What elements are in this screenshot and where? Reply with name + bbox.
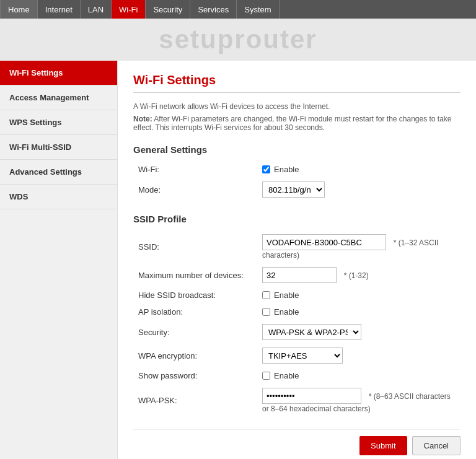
max-devices-label: Maximum number of devices: bbox=[133, 263, 257, 287]
show-password-enable-group: Enable bbox=[262, 371, 456, 380]
submit-button[interactable]: Submit bbox=[359, 436, 407, 455]
wifi-enable-cell: Enable bbox=[257, 161, 461, 178]
sidebar: Wi-Fi Settings Access Management WPS Set… bbox=[0, 61, 118, 459]
mode-select[interactable]: 802.11b/g/n bbox=[262, 181, 325, 198]
show-password-cell: Enable bbox=[257, 367, 461, 384]
ap-isolation-label: AP isolation: bbox=[133, 304, 257, 320]
ssid-input[interactable] bbox=[262, 234, 386, 250]
page-title: Wi-Fi Settings bbox=[133, 73, 461, 87]
wpa-psk-label: WPA-PSK: bbox=[133, 384, 257, 417]
watermark-banner: setuprouter bbox=[0, 19, 476, 61]
max-devices-hint: * (1-32) bbox=[344, 271, 369, 280]
general-settings-title: General Settings bbox=[133, 144, 461, 155]
sidebar-item-advanced-settings[interactable]: Advanced Settings bbox=[0, 160, 117, 185]
nav-services[interactable]: Services bbox=[190, 0, 237, 19]
nav-system[interactable]: System bbox=[237, 0, 279, 19]
cancel-button[interactable]: Cancel bbox=[412, 436, 461, 455]
title-divider bbox=[133, 92, 461, 93]
wifi-checkbox[interactable] bbox=[262, 165, 270, 173]
watermark-text: setuprouter bbox=[159, 25, 317, 54]
hide-ssid-checkbox[interactable] bbox=[262, 291, 270, 299]
mode-label: Mode: bbox=[133, 178, 257, 201]
security-row: Security: WPA-PSK & WPA2-PSK bbox=[133, 320, 461, 344]
mode-row: Mode: 802.11b/g/n bbox=[133, 178, 461, 201]
note-text: Note: After Wi-Fi parameters are changed… bbox=[133, 115, 461, 132]
wpa-psk-input[interactable] bbox=[262, 388, 361, 404]
wpa-encryption-row: WPA encryption: TKIP+AES bbox=[133, 344, 461, 367]
security-label: Security: bbox=[133, 320, 257, 344]
hide-ssid-enable-group: Enable bbox=[262, 291, 456, 300]
note-body: After Wi-Fi parameters are changed, the … bbox=[133, 115, 452, 132]
show-password-checkbox[interactable] bbox=[262, 372, 270, 380]
sidebar-item-wds[interactable]: WDS bbox=[0, 185, 117, 209]
main-content: Wi-Fi Settings A Wi-Fi network allows Wi… bbox=[118, 61, 476, 459]
security-cell: WPA-PSK & WPA2-PSK bbox=[257, 320, 461, 344]
hide-ssid-enable-label: Enable bbox=[274, 291, 299, 300]
ssid-row: SSID: * (1–32 ASCII characters) bbox=[133, 230, 461, 263]
show-password-row: Show password: Enable bbox=[133, 367, 461, 384]
button-row: Submit Cancel bbox=[133, 429, 461, 455]
ap-isolation-row: AP isolation: Enable bbox=[133, 304, 461, 320]
ssid-profile-title: SSID Profile bbox=[133, 214, 461, 224]
nav-security[interactable]: Security bbox=[146, 0, 190, 19]
ap-isolation-enable-label: Enable bbox=[274, 307, 299, 317]
hide-ssid-label: Hide SSID broadcast: bbox=[133, 287, 257, 304]
nav-wifi[interactable]: Wi-Fi bbox=[112, 0, 146, 19]
wifi-enable-group: Enable bbox=[262, 165, 456, 174]
mode-cell: 802.11b/g/n bbox=[257, 178, 461, 201]
wifi-label: Wi-Fi: bbox=[133, 161, 257, 178]
ssid-label: SSID: bbox=[133, 230, 257, 263]
top-nav: Home Internet LAN Wi-Fi Security Service… bbox=[0, 0, 476, 19]
sidebar-item-access-management[interactable]: Access Management bbox=[0, 85, 117, 110]
note-label: Note: bbox=[133, 115, 152, 123]
security-select[interactable]: WPA-PSK & WPA2-PSK bbox=[262, 324, 361, 340]
ap-isolation-cell: Enable bbox=[257, 304, 461, 320]
sidebar-item-wps-settings[interactable]: WPS Settings bbox=[0, 110, 117, 135]
hide-ssid-cell: Enable bbox=[257, 287, 461, 304]
hide-ssid-row: Hide SSID broadcast: Enable bbox=[133, 287, 461, 304]
ssid-profile-table: SSID: * (1–32 ASCII characters) Maximum … bbox=[133, 230, 461, 417]
info-text: A Wi-Fi network allows Wi-Fi devices to … bbox=[133, 102, 461, 111]
wpa-encryption-select[interactable]: TKIP+AES bbox=[262, 348, 343, 364]
nav-internet[interactable]: Internet bbox=[38, 0, 81, 19]
ssid-cell: * (1–32 ASCII characters) bbox=[257, 230, 461, 263]
sidebar-item-wifi-multi-ssid[interactable]: Wi-Fi Multi-SSID bbox=[0, 135, 117, 160]
wpa-encryption-cell: TKIP+AES bbox=[257, 344, 461, 367]
nav-home[interactable]: Home bbox=[0, 0, 38, 19]
max-devices-cell: * (1-32) bbox=[257, 263, 461, 287]
max-devices-row: Maximum number of devices: * (1-32) bbox=[133, 263, 461, 287]
main-layout: Wi-Fi Settings Access Management WPS Set… bbox=[0, 61, 476, 459]
nav-lan[interactable]: LAN bbox=[81, 0, 112, 19]
sidebar-item-wifi-settings[interactable]: Wi-Fi Settings bbox=[0, 61, 117, 85]
ap-isolation-enable-group: Enable bbox=[262, 307, 456, 317]
wifi-enable-label: Enable bbox=[274, 165, 299, 174]
max-devices-input[interactable] bbox=[262, 267, 337, 283]
general-settings-table: Wi-Fi: Enable Mode: 802.11b/g/n bbox=[133, 161, 461, 201]
ap-isolation-checkbox[interactable] bbox=[262, 308, 270, 316]
wifi-row: Wi-Fi: Enable bbox=[133, 161, 461, 178]
show-password-label: Show password: bbox=[133, 367, 257, 384]
wpa-psk-cell: * (8–63 ASCII characters or 8–64 hexadec… bbox=[257, 384, 461, 417]
wpa-encryption-label: WPA encryption: bbox=[133, 344, 257, 367]
wpa-psk-row: WPA-PSK: * (8–63 ASCII characters or 8–6… bbox=[133, 384, 461, 417]
show-password-enable-label: Enable bbox=[274, 371, 299, 380]
